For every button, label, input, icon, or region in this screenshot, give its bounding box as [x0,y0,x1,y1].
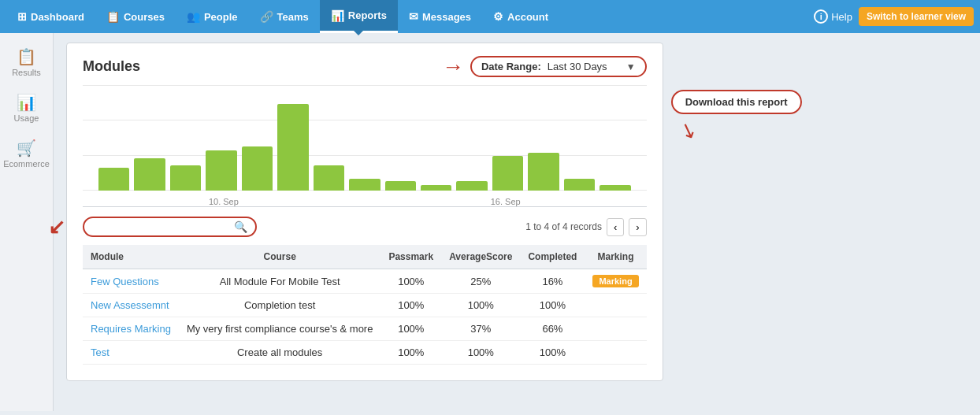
nav-messages-label: Messages [422,11,471,23]
date-range-control: Date Range: Last 30 Days Last 7 Days Las… [470,56,647,77]
chart-bar [456,181,487,191]
date-range-label: Date Range: [481,61,541,72]
download-arrow: ↗ [675,117,700,146]
report-header: Modules Date Range: Last 30 Days Last 7 … [83,56,647,77]
completed-cell: 100% [520,294,585,317]
table-row: New AssessemntCompletion test100%100%100… [83,294,647,317]
avg-score-cell: 100% [441,341,520,365]
chart-bar [98,168,129,191]
search-button[interactable]: 🔍 [232,220,249,233]
nav-account-label: Account [507,11,548,23]
passmark-cell: 100% [380,269,441,294]
chart-x-labels: 10. Sep 16. Sep [83,197,647,206]
avg-score-cell: 37% [441,317,520,341]
col-passmark: Passmark [380,245,441,269]
nav-people-label: People [204,11,238,23]
chevron-down-icon: ▼ [626,61,636,72]
nav-courses-label: Courses [124,11,165,23]
report-card: Modules Date Range: Last 30 Days Last 7 … [66,43,663,381]
search-wrapper-outer: ↙ 🔍 [83,217,257,237]
chart-bar [134,158,165,191]
table-row: TestCreate all modules100%100%100% [83,341,647,365]
help-label: Help [831,11,852,23]
nav-teams[interactable]: 🔗 Teams [249,0,320,33]
nav-messages[interactable]: ✉ Messages [398,0,482,33]
date-range-arrow: → [442,56,464,78]
account-icon: ⚙ [493,10,503,23]
nav-dashboard-label: Dashboard [31,11,84,23]
col-module: Module [83,245,179,269]
nav-people[interactable]: 👥 People [176,0,249,33]
chart-label-sep16: 16. Sep [491,197,521,206]
course-cell: All Module For Mobile Test [179,269,381,294]
sidebar-usage-label: Usage [14,113,39,123]
search-input[interactable] [91,221,232,233]
courses-icon: 📋 [106,10,120,23]
download-report-button[interactable]: Download this report [671,90,802,114]
avg-score-cell: 100% [441,294,520,317]
search-row: ↙ 🔍 1 to 4 of 4 records ‹ › [83,217,647,237]
prev-page-button[interactable]: ‹ [607,218,624,236]
nav-courses[interactable]: 📋 Courses [95,0,176,33]
nav-dashboard[interactable]: ⊞ Dashboard [6,0,95,33]
search-input-wrapper: 🔍 [83,217,257,237]
nav-reports-label: Reports [348,9,387,21]
chart-bar [277,104,308,191]
report-title: Modules [83,58,140,75]
nav-reports[interactable]: 📊 Reports [320,0,398,33]
chart-bar [492,156,523,191]
usage-icon: 📊 [17,93,36,112]
outer-wrapper: Modules Date Range: Last 30 Days Last 7 … [54,33,857,411]
completed-cell: 16% [520,269,585,294]
sidebar-results-label: Results [12,68,41,77]
chart-bar [600,185,630,191]
chart-bars [83,85,647,191]
sidebar: 📋 Results 📊 Usage 🛒 Ecommerce [0,33,54,411]
module-link[interactable]: Few Questions [91,276,159,287]
col-marking: Marking [585,245,646,269]
chart-bar [385,181,416,191]
sidebar-item-results[interactable]: 📋 Results [0,41,53,83]
chart-bar [564,179,595,191]
chart-area: 10. Sep 16. Sep [83,85,647,207]
reports-icon: 📊 [331,9,344,22]
avg-score-cell: 25% [441,269,520,294]
date-range-select[interactable]: Last 30 Days Last 7 Days Last 90 Days Al… [548,61,620,72]
sidebar-item-ecommerce[interactable]: 🛒 Ecommerce [0,132,53,175]
people-icon: 👥 [187,10,200,23]
chart-bar [314,165,344,191]
table-header-row: Module Course Passmark AverageScore Comp… [83,245,647,269]
completed-cell: 100% [520,341,585,365]
pagination-text: 1 to 4 of 4 records [525,221,602,232]
help-link[interactable]: i Help [814,9,852,24]
dashboard-icon: ⊞ [17,10,27,23]
module-link[interactable]: Test [91,346,110,358]
messages-icon: ✉ [409,10,418,23]
passmark-cell: 100% [380,317,441,341]
switch-learner-button[interactable]: Switch to learner view [859,7,974,26]
module-link[interactable]: New Assessemnt [91,299,169,311]
ecommerce-icon: 🛒 [17,139,36,157]
nav-right: i Help Switch to learner view [814,0,974,33]
next-page-button[interactable]: › [629,218,646,236]
col-course: Course [179,245,381,269]
chart-bar [349,179,380,191]
course-cell: My very first compliance course's & more [179,317,381,341]
completed-cell: 66% [520,317,585,341]
chart-bar [421,185,451,191]
pagination-info: 1 to 4 of 4 records ‹ › [525,218,646,236]
chart-bar [170,165,201,191]
nav-teams-label: Teams [277,11,309,23]
nav-account[interactable]: ⚙ Account [482,0,559,33]
sidebar-ecommerce-label: Ecommerce [3,159,50,169]
table-row: Requires MarkingMy very first compliance… [83,317,647,341]
table-row: Few QuestionsAll Module For Mobile Test1… [83,269,647,294]
marking-cell [585,317,646,341]
chart-label-sep10: 10. Sep [209,197,239,206]
report-card-wrapper: Modules Date Range: Last 30 Days Last 7 … [66,43,663,381]
main-layout: 📋 Results 📊 Usage 🛒 Ecommerce Modules [0,33,980,411]
modules-table: Module Course Passmark AverageScore Comp… [83,245,647,365]
module-link[interactable]: Requires Marking [91,323,171,335]
download-section: Download this report ↗ [663,43,845,143]
sidebar-item-usage[interactable]: 📊 Usage [0,87,53,129]
